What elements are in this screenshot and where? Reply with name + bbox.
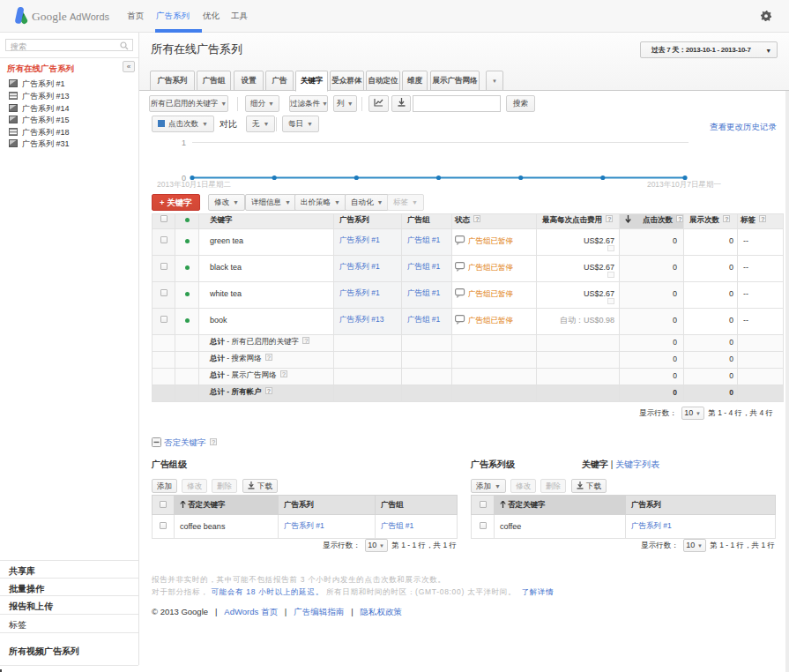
svg-text:1: 1 <box>182 138 186 147</box>
svg-text:2013年10月7日星期一: 2013年10月7日星期一 <box>647 180 721 189</box>
svg-text:2013年10月1日星期二: 2013年10月1日星期二 <box>157 180 232 189</box>
